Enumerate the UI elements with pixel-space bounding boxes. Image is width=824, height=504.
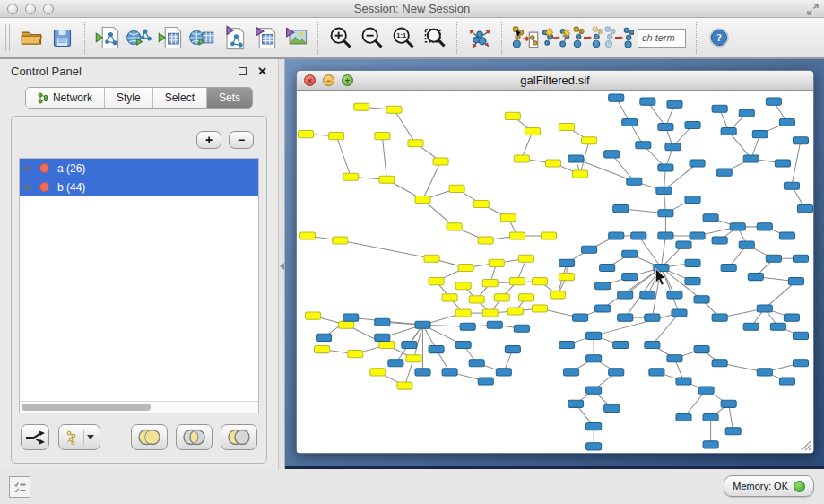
help-button[interactable]: ? — [703, 21, 734, 55]
zoom-in-icon — [328, 25, 353, 50]
collapse-panel-arrow-icon[interactable] — [280, 263, 284, 270]
split-set-button[interactable] — [21, 424, 49, 450]
network-view-window[interactable]: × − + galFiltered.sif — [296, 70, 814, 454]
zoom-fit-selected-icon — [422, 25, 447, 50]
network-edges — [306, 98, 805, 447]
tab-select-label: Select — [165, 91, 195, 104]
export-image-icon — [282, 24, 309, 51]
yellow-network-icon — [65, 430, 81, 445]
tab-network-label: Network — [53, 91, 92, 104]
new-network-selected-nodes-selected-edges-button[interactable] — [603, 21, 634, 55]
control-panel-title: Control Panel — [11, 65, 239, 78]
set-list-item[interactable]: b (44) — [20, 178, 258, 196]
import-network-web-button[interactable] — [123, 21, 154, 55]
import-table-file-button[interactable] — [154, 21, 186, 55]
remove-set-button[interactable]: − — [229, 131, 254, 149]
save-session-button[interactable] — [47, 21, 78, 55]
network-window-titlebar[interactable]: × − + galFiltered.sif — [297, 71, 813, 91]
set-label: b (44) — [57, 181, 85, 194]
floppy-disk-icon — [50, 26, 74, 50]
tab-style[interactable]: Style — [105, 88, 153, 108]
application-window: Session: New Session — [0, 0, 824, 504]
open-session-button[interactable] — [15, 21, 47, 55]
control-panel-header: Control Panel ✕ — [0, 59, 278, 83]
set-list-item[interactable]: a (26) — [20, 159, 258, 178]
intersection-venn-icon — [180, 428, 208, 447]
sets-actions — [19, 413, 259, 456]
set-difference-button[interactable] — [221, 424, 257, 450]
new-network-selected-nodes-selected-edges-icon — [603, 23, 634, 52]
zoom-actual-size-button[interactable]: 1:1 — [387, 21, 419, 55]
set-marker-icon — [39, 163, 49, 173]
close-window-button[interactable] — [7, 4, 18, 14]
zoom-fit-selected-button[interactable] — [419, 21, 450, 55]
maximize-view-button[interactable]: + — [342, 74, 353, 86]
control-panel: Control Panel ✕ Network Style Select Set… — [0, 59, 278, 469]
scrollbar-thumb[interactable] — [22, 404, 151, 411]
apply-preferred-layout-button[interactable] — [464, 21, 495, 55]
network-nodes[interactable] — [299, 94, 813, 450]
search-input[interactable] — [638, 29, 686, 48]
import-table-web-icon — [188, 24, 215, 51]
create-set-from-network-button[interactable] — [58, 424, 100, 450]
traffic-lights — [7, 4, 54, 14]
button-divider — [83, 430, 84, 445]
zoom-in-button[interactable] — [325, 21, 356, 55]
add-set-button[interactable]: + — [196, 131, 221, 149]
tab-sets[interactable]: Sets — [207, 88, 252, 108]
network-canvas[interactable] — [297, 91, 813, 453]
select-first-neighbors-button[interactable] — [540, 21, 571, 55]
dropdown-arrow-icon — [87, 435, 94, 439]
set-union-button[interactable] — [131, 424, 168, 450]
difference-venn-icon — [225, 428, 253, 447]
toolbar-drag-handle[interactable] — [5, 24, 10, 51]
export-network-icon — [220, 24, 247, 51]
apply-layout-icon — [465, 23, 494, 52]
split-arrows-icon — [24, 430, 46, 446]
select-first-neighbors-icon — [540, 23, 571, 52]
new-network-selected-nodes-all-edges-icon — [571, 23, 603, 52]
task-history-button[interactable] — [9, 476, 30, 498]
toolbar-separator — [501, 22, 502, 54]
panel-splitter[interactable] — [278, 59, 285, 469]
set-intersection-button[interactable] — [176, 424, 213, 450]
memory-status-label: Memory: OK — [733, 481, 788, 491]
main-toolbar: 1:1 ? — [0, 18, 824, 59]
control-panel-tabs: Network Style Select Sets — [0, 83, 278, 114]
set-label: a (26) — [57, 162, 85, 175]
fullscreen-icon[interactable] — [806, 3, 820, 20]
svg-text:1:1: 1:1 — [396, 31, 406, 39]
horizontal-scrollbar[interactable] — [20, 401, 258, 413]
close-panel-icon[interactable]: ✕ — [257, 65, 267, 77]
tab-network[interactable]: Network — [26, 88, 105, 108]
new-network-from-selection-button[interactable] — [508, 21, 540, 55]
tab-style-label: Style — [117, 91, 141, 104]
zoom-window-button[interactable] — [43, 4, 54, 14]
union-venn-icon — [135, 428, 163, 447]
import-network-file-button[interactable] — [91, 21, 123, 55]
minimize-window-button[interactable] — [25, 4, 36, 14]
network-graph[interactable] — [297, 91, 813, 453]
help-icon: ? — [708, 27, 730, 48]
minimize-view-button[interactable]: − — [323, 74, 334, 86]
new-network-selected-nodes-all-edges-button[interactable] — [571, 21, 603, 55]
float-panel-icon[interactable] — [239, 67, 247, 75]
sets-panel: + − a (26) b (44) — [11, 116, 267, 464]
close-view-button[interactable]: × — [304, 74, 316, 86]
expand-triangle-icon[interactable] — [25, 184, 31, 191]
tab-select[interactable]: Select — [153, 88, 207, 108]
toolbar-separator — [456, 22, 457, 54]
network-tab-icon — [38, 92, 48, 104]
export-image-button[interactable] — [280, 21, 311, 55]
zoom-out-icon — [360, 25, 385, 50]
export-network-button[interactable] — [217, 21, 248, 55]
export-table-button[interactable] — [248, 21, 280, 55]
memory-ok-indicator-icon — [794, 481, 805, 492]
resize-grip-icon[interactable] — [799, 439, 811, 451]
expand-triangle-icon[interactable] — [25, 165, 31, 172]
open-folder-icon — [19, 25, 44, 50]
memory-status-button[interactable]: Memory: OK — [724, 475, 814, 497]
zoom-out-button[interactable] — [356, 21, 387, 55]
import-table-web-button[interactable] — [186, 21, 217, 55]
network-desktop: × − + galFiltered.sif — [285, 59, 824, 469]
